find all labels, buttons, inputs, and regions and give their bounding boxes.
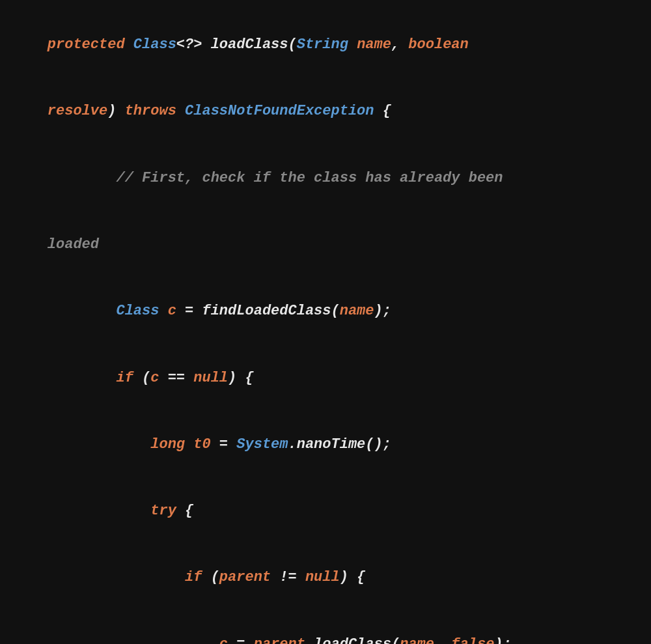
code-line-5: Class c = findLoadedClass(name); [13,278,638,344]
code-line-8: try { [13,478,638,544]
code-line-6: if (c == null) { [13,344,638,411]
code-block: protected Class<?> loadClass(String name… [0,0,651,644]
code-line-7: long t0 = System.nanoTime(); [13,412,638,478]
code-line-10: c = parent.loadClass(name, false); [13,611,638,644]
code-line-9: if (parent != null) { [13,544,638,611]
code-line-3: // First, check if the class has already… [13,145,638,212]
code-line-4: loaded [13,212,638,278]
code-line-2: resolve) throws ClassNotFoundException { [13,78,638,145]
code-line-1: protected Class<?> loadClass(String name… [13,12,638,78]
